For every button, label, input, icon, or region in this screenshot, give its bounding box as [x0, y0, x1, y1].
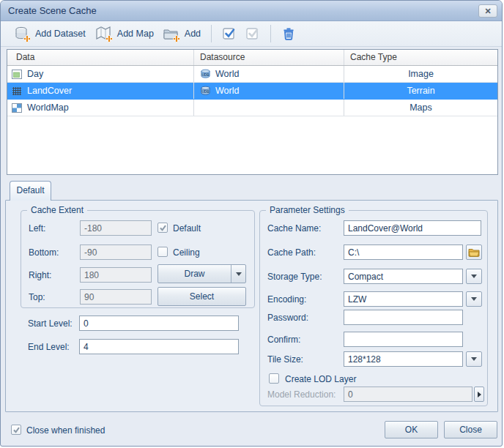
- cache-path-field[interactable]: [344, 244, 463, 260]
- add-map-icon: [94, 26, 114, 42]
- column-header-cache-type[interactable]: Cache Type: [344, 50, 497, 65]
- dialog-title: Create Scene Cache: [8, 5, 97, 16]
- top-label: Top:: [29, 292, 45, 302]
- add-dataset-label: Add Dataset: [35, 29, 86, 39]
- draw-button[interactable]: Draw: [158, 264, 246, 283]
- tile-size-dropdown-button[interactable]: [466, 351, 482, 367]
- cache-type-value: Maps: [344, 100, 497, 116]
- add-label: Add: [185, 29, 201, 39]
- close-button[interactable]: Close: [444, 421, 497, 438]
- datasource-name: World: [215, 69, 239, 79]
- create-lod-layer-checkbox[interactable]: [269, 373, 279, 384]
- right-label: Right:: [29, 270, 51, 280]
- add-map-button[interactable]: Add Map: [90, 23, 158, 45]
- column-header-datasource[interactable]: Datasource: [194, 50, 344, 65]
- password-field[interactable]: [344, 310, 463, 325]
- left-field[interactable]: [80, 220, 152, 236]
- browse-button[interactable]: [466, 244, 482, 260]
- chevron-down-icon: [236, 272, 242, 276]
- close-when-finished-checkbox[interactable]: [11, 425, 21, 435]
- parameter-settings-title: Parameter Settings: [266, 205, 349, 215]
- parameter-settings-group: Parameter Settings Cache Name: Cache Pat…: [259, 210, 488, 406]
- right-field[interactable]: [80, 267, 152, 283]
- model-reduction-field[interactable]: [344, 387, 472, 402]
- deselect-all-button[interactable]: [241, 24, 264, 43]
- grid-dataset-icon: [11, 86, 22, 96]
- draw-dropdown-section[interactable]: [231, 265, 245, 283]
- top-field[interactable]: [80, 289, 152, 305]
- chevron-down-icon: [471, 297, 477, 301]
- table-row[interactable]: Day UDB World Image: [7, 66, 497, 83]
- title-bar[interactable]: Create Scene Cache ✕: [1, 1, 503, 21]
- model-reduction-label: Model Reduction:: [267, 389, 336, 400]
- ceiling-checkbox-label: Ceiling: [173, 247, 200, 258]
- bottom-field[interactable]: [80, 244, 152, 260]
- toolbar-separator: [211, 25, 212, 42]
- model-reduction-spinner-button[interactable]: [474, 387, 484, 402]
- udb-icon: UDB: [200, 86, 211, 96]
- cache-path-label: Cache Path:: [267, 247, 316, 258]
- storage-type-dropdown-button[interactable]: [466, 269, 482, 284]
- confirm-field[interactable]: [344, 332, 463, 347]
- table-row[interactable]: LandCover UDB World Terrain: [7, 83, 497, 100]
- start-level-label: Start Level:: [28, 318, 73, 329]
- storage-type-combobox[interactable]: [344, 269, 463, 284]
- close-when-finished-label: Close when finished: [26, 425, 105, 436]
- column-header-data[interactable]: Data: [7, 50, 194, 65]
- delete-icon: [281, 26, 296, 41]
- ceiling-checkbox[interactable]: [158, 247, 168, 257]
- chevron-down-icon: [471, 275, 477, 278]
- tab-page: Cache Extent Left: Default Bottom: Ceili…: [5, 200, 498, 412]
- image-dataset-icon: [11, 70, 22, 79]
- add-button[interactable]: Add: [158, 23, 205, 45]
- cache-extent-title: Cache Extent: [27, 205, 87, 215]
- svg-text:UDB: UDB: [201, 73, 210, 77]
- create-scene-cache-dialog: Create Scene Cache ✕ Add Dataset: [0, 0, 503, 447]
- chevron-right-icon: [478, 392, 481, 397]
- default-checkbox[interactable]: [158, 223, 168, 233]
- bottom-label: Bottom:: [29, 247, 59, 258]
- delete-button[interactable]: [277, 24, 300, 43]
- close-icon[interactable]: ✕: [478, 4, 497, 18]
- default-checkbox-label: Default: [173, 223, 201, 234]
- udb-icon: UDB: [200, 69, 211, 79]
- storage-type-label: Storage Type:: [267, 272, 322, 282]
- cache-name-label: Cache Name:: [267, 223, 321, 234]
- select-all-button[interactable]: [218, 24, 241, 43]
- cache-type-value: Image: [344, 66, 497, 82]
- toolbar-separator: [270, 25, 271, 42]
- deselect-icon: [245, 26, 260, 41]
- cache-type-value: Terrain: [344, 83, 497, 99]
- toolbar: Add Dataset Add Map: [1, 21, 503, 47]
- add-dataset-icon: [14, 25, 32, 42]
- select-button[interactable]: Select: [158, 287, 246, 306]
- dataset-name: Day: [27, 69, 43, 79]
- add-dataset-button[interactable]: Add Dataset: [10, 23, 90, 45]
- end-level-field[interactable]: [79, 339, 239, 354]
- tile-size-combobox[interactable]: [344, 351, 463, 367]
- datasource-name: World: [215, 86, 239, 96]
- ok-button[interactable]: OK: [385, 421, 438, 438]
- map-dataset-icon: [11, 103, 22, 113]
- cache-name-field[interactable]: [344, 220, 481, 236]
- start-level-field[interactable]: [79, 316, 239, 331]
- select-all-icon: [222, 26, 237, 41]
- chevron-down-icon: [471, 357, 477, 361]
- cache-extent-group: Cache Extent Left: Default Bottom: Ceili…: [21, 210, 255, 308]
- encoding-combobox[interactable]: [344, 291, 463, 307]
- create-lod-layer-label: Create LOD Layer: [285, 374, 356, 384]
- svg-text:UDB: UDB: [201, 90, 210, 94]
- browse-icon: [468, 247, 480, 257]
- encoding-label: Encoding:: [267, 294, 306, 305]
- dataset-name: LandCover: [27, 86, 72, 96]
- draw-button-label: Draw: [158, 265, 231, 283]
- tab-default[interactable]: Default: [10, 181, 51, 201]
- password-label: Password:: [267, 313, 308, 323]
- dataset-name: WorldMap: [27, 102, 69, 113]
- tile-size-label: Tile Size:: [267, 354, 303, 365]
- table-header: Data Datasource Cache Type: [7, 50, 497, 66]
- encoding-dropdown-button[interactable]: [466, 291, 482, 307]
- table-row[interactable]: WorldMap Maps: [7, 100, 497, 116]
- add-map-label: Add Map: [117, 29, 154, 39]
- dataset-table: Data Datasource Cache Type Day: [7, 49, 498, 175]
